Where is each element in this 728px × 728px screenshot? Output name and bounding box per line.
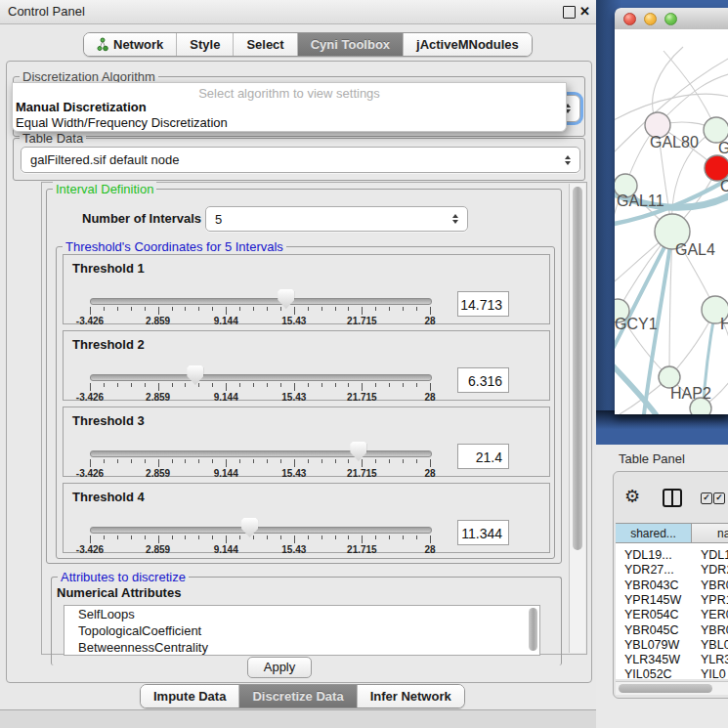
tab-label: Select (246, 37, 283, 52)
column-header-shared[interactable]: shared... (616, 523, 692, 543)
threshold-value-field[interactable]: 11.344 (457, 520, 509, 545)
minor-tick (280, 459, 281, 463)
minor-tick (321, 383, 322, 387)
slider-thumb[interactable] (241, 518, 258, 537)
minor-tick (145, 535, 146, 539)
attribute-list-item[interactable]: TopologicalCoefficient (64, 622, 539, 639)
slider-thumb[interactable] (350, 442, 366, 461)
cell-name: YPR1 (701, 593, 728, 607)
minor-tick (335, 307, 336, 311)
top-tab-bar: NetworkStyleSelectCyni ToolboxjActiveMNo… (83, 32, 533, 57)
number-of-intervals-combobox[interactable]: 5 (205, 206, 468, 232)
major-tick (362, 383, 363, 391)
minor-tick (172, 459, 173, 463)
cell-shared-name: YBL079W (624, 638, 679, 652)
tab-style[interactable]: Style (177, 33, 234, 56)
threshold-panel-2: Threshold 2-3.4262.8599.14415.4321.71528… (63, 330, 550, 401)
minor-tick (131, 383, 132, 387)
float-window-icon[interactable] (563, 6, 576, 19)
minor-tick (104, 535, 105, 539)
tab-infer-network[interactable]: Infer Network (358, 685, 464, 707)
network-node-label: HAP2 (670, 385, 711, 402)
popup-item-manual-discretization[interactable]: Manual Discretization (16, 100, 147, 114)
popup-item-equal-width-frequency[interactable]: Equal Width/Frequency Discretization (16, 115, 228, 130)
table-data-combobox[interactable]: galFiltered.sif default node (21, 147, 580, 173)
minor-tick (104, 307, 105, 311)
thresholds-group-title: Threshold's Coordinates for 5 Intervals (63, 239, 286, 254)
slider-track[interactable] (90, 450, 432, 457)
tab-impute-data[interactable]: Impute Data (141, 685, 239, 707)
screen: Control Panel ✕ NetworkStyleSelectCyni T… (0, 0, 728, 728)
major-tick (158, 535, 159, 543)
slider-thumb[interactable] (187, 365, 203, 385)
horizontal-scrollbar[interactable] (616, 681, 728, 695)
minor-tick (389, 535, 390, 539)
cell-name: YLR3 (701, 653, 728, 666)
minor-tick (403, 383, 404, 387)
attribute-list-item[interactable]: SelfLoops (64, 606, 539, 622)
table-row[interactable]: YBL079WYBL0 (616, 638, 728, 653)
slider-track[interactable] (90, 374, 432, 381)
gear-icon[interactable]: ⚙ (624, 488, 640, 505)
column-layout-icon[interactable] (663, 489, 682, 507)
vertical-scrollbar-thumb[interactable] (573, 187, 582, 550)
attribute-list-item[interactable]: BetweennessCentrality (64, 639, 539, 656)
vertical-scrollbar[interactable] (569, 184, 585, 653)
network-window-titlebar[interactable] (615, 8, 728, 30)
minor-tick (239, 535, 240, 539)
slider-track[interactable] (90, 527, 432, 534)
slider-thumb[interactable] (278, 289, 294, 309)
major-tick (430, 459, 431, 467)
minor-tick (212, 307, 213, 311)
threshold-value-field[interactable]: 21.4 (457, 444, 509, 469)
table-panel-title: Table Panel (619, 451, 685, 466)
close-icon[interactable]: ✕ (579, 6, 592, 19)
tab-network[interactable]: Network (84, 33, 177, 56)
list-scrollbar-thumb[interactable] (529, 608, 537, 651)
slider-track[interactable] (90, 298, 432, 305)
network-canvas[interactable]: GAL80GCGAL11GAL4GCY1HHAP2 (615, 29, 728, 414)
apply-button[interactable]: Apply (247, 657, 312, 678)
minor-tick (403, 307, 404, 311)
table-row[interactable]: YDL19...YDL1 (616, 548, 728, 563)
minor-tick (335, 383, 336, 387)
tab-discretize-data[interactable]: Discretize Data (239, 685, 357, 707)
cell-name: YBR0 (701, 578, 728, 592)
network-node-label: H (720, 316, 728, 332)
minor-tick (145, 307, 146, 311)
cell-name: YDL1 (701, 548, 728, 562)
major-tick (294, 307, 295, 315)
table-row[interactable]: YDR27...YDR2 (616, 563, 728, 578)
minor-tick (185, 459, 186, 463)
table-row[interactable]: YBR043CYBR0 (616, 578, 728, 593)
threshold-value-field[interactable]: 6.316 (457, 367, 509, 393)
tab-jactivemnodules[interactable]: jActiveMNodules (404, 33, 532, 56)
horizontal-scrollbar-thumb[interactable] (619, 684, 712, 693)
column-header-name[interactable]: na (692, 523, 728, 543)
threshold-label: Threshold 2 (72, 337, 145, 352)
tab-label: Network (113, 37, 163, 52)
cell-shared-name: YDR27... (624, 563, 674, 577)
table-row[interactable]: YPR145WYPR1 (616, 593, 728, 608)
tick-label: -3.426 (61, 392, 119, 403)
network-node-label: GAL80 (650, 134, 699, 150)
checkbox-icon[interactable]: ✓ (713, 492, 725, 504)
minimize-traffic-light-icon[interactable] (644, 13, 657, 25)
major-tick (226, 459, 227, 467)
minor-tick (348, 307, 349, 311)
cell-shared-name: YBR045C (624, 623, 679, 637)
tick-label: 15.43 (265, 468, 323, 479)
zoom-traffic-light-icon[interactable] (664, 13, 677, 25)
threshold-value-field[interactable]: 14.713 (457, 291, 509, 317)
major-tick (362, 459, 363, 467)
minor-tick (212, 383, 213, 387)
checkbox-icon[interactable]: ✓ (701, 492, 712, 504)
close-traffic-light-icon[interactable] (623, 13, 636, 25)
table-row[interactable]: YER054CYER0 (616, 608, 728, 622)
minor-tick (198, 383, 199, 387)
tab-cyni-toolbox[interactable]: Cyni Toolbox (298, 33, 404, 56)
table-row[interactable]: YLR345WYLR3 (616, 653, 728, 667)
tab-select[interactable]: Select (234, 33, 297, 56)
table-row[interactable]: YBR045CYBR0 (616, 623, 728, 638)
threshold-panel-4: Threshold 4-3.4262.8599.14415.4321.71528… (63, 483, 550, 553)
